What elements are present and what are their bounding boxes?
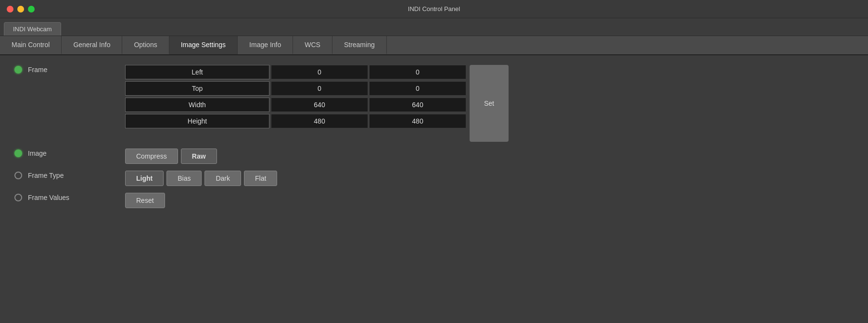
window-controls[interactable]	[7, 6, 35, 12]
frame-row-label-height: Height	[125, 114, 269, 128]
frame-type-label-area: Frame Type	[14, 171, 125, 179]
frame-row-val2-width: 640	[370, 98, 466, 112]
image-btn-compress[interactable]: Compress	[125, 149, 178, 164]
frame-type-section: Frame Type LightBiasDarkFlat	[14, 171, 854, 186]
frame-row-val1-left[interactable]: 0	[271, 65, 368, 79]
frame-row-val2-left: 0	[370, 65, 466, 79]
page-tab-wcs[interactable]: WCS	[293, 36, 332, 54]
set-button-area: Set	[470, 65, 509, 142]
frame-row-top: Top00	[125, 81, 466, 96]
page-tab-general-info[interactable]: General Info	[62, 36, 122, 54]
image-btn-group: CompressRaw	[125, 149, 854, 164]
close-button[interactable]	[7, 6, 13, 12]
frame-type-label: Frame Type	[28, 172, 64, 179]
titlebar: INDI Control Panel	[0, 0, 868, 18]
image-label-area: Image	[14, 149, 125, 157]
page-tab-main-control[interactable]: Main Control	[0, 36, 62, 54]
frame-type-btn-dark[interactable]: Dark	[204, 171, 241, 186]
frame-row-label-top: Top	[125, 81, 269, 96]
frame-row-label-left: Left	[125, 65, 269, 79]
frame-type-indicator	[14, 172, 22, 179]
frame-values-btn-reset[interactable]: Reset	[125, 193, 165, 208]
page-tab-options[interactable]: Options	[122, 36, 169, 54]
set-button[interactable]: Set	[470, 65, 509, 142]
image-btn-raw[interactable]: Raw	[181, 149, 217, 164]
frame-type-btn-group: LightBiasDarkFlat	[125, 171, 854, 186]
frame-row-val2-height: 480	[370, 114, 466, 128]
frame-values-label: Frame Values	[28, 194, 69, 201]
page-tab-image-settings[interactable]: Image Settings	[169, 36, 238, 54]
frame-section: Frame Left00Top00Width640640Height480480…	[14, 65, 854, 142]
page-tabs-bar: Main ControlGeneral InfoOptionsImage Set…	[0, 36, 868, 55]
frame-label-area: Frame	[14, 65, 125, 74]
window-title: INDI Control Panel	[408, 5, 460, 12]
content-area: Frame Left00Top00Width640640Height480480…	[0, 55, 868, 224]
frame-values-section: Frame Values Reset	[14, 193, 854, 208]
frame-type-buttons: LightBiasDarkFlat	[125, 171, 854, 186]
image-buttons: CompressRaw	[125, 149, 854, 164]
frame-values-indicator	[14, 194, 22, 201]
frame-type-btn-flat[interactable]: Flat	[244, 171, 277, 186]
frame-row-val1-top[interactable]: 0	[271, 82, 368, 95]
maximize-button[interactable]	[28, 6, 35, 12]
minimize-button[interactable]	[17, 6, 24, 12]
image-section: Image CompressRaw	[14, 149, 854, 164]
device-tabs-bar: INDI Webcam	[0, 18, 868, 36]
frame-controls: Left00Top00Width640640Height480480	[125, 65, 466, 130]
page-tab-image-info[interactable]: Image Info	[238, 36, 293, 54]
frame-row-width: Width640640	[125, 98, 466, 112]
frame-values-label-area: Frame Values	[14, 193, 125, 201]
image-indicator	[14, 149, 22, 157]
frame-values-buttons: Reset	[125, 193, 854, 208]
frame-row-val1-height[interactable]: 480	[271, 114, 368, 128]
frame-row-label-width: Width	[125, 98, 269, 112]
frame-indicator	[14, 66, 22, 74]
frame-type-btn-light[interactable]: Light	[125, 171, 164, 186]
frame-row-val1-width[interactable]: 640	[271, 98, 368, 112]
image-label: Image	[28, 149, 47, 157]
device-tab-indi-webcam[interactable]: INDI Webcam	[4, 22, 61, 36]
frame-label: Frame	[28, 66, 47, 74]
frame-table: Left00Top00Width640640Height480480	[125, 65, 466, 130]
page-tab-streaming[interactable]: Streaming	[332, 36, 387, 54]
frame-row-height: Height480480	[125, 114, 466, 128]
frame-row-val2-top: 0	[370, 82, 466, 95]
frame-values-btn-group: Reset	[125, 193, 854, 208]
frame-type-btn-bias[interactable]: Bias	[166, 171, 202, 186]
frame-row-left: Left00	[125, 65, 466, 79]
